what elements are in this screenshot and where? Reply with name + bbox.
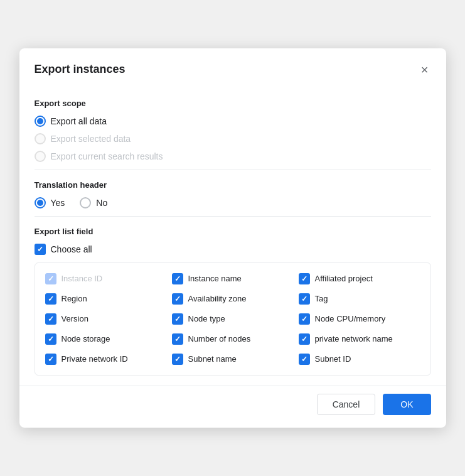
- radio-no-label[interactable]: No: [96, 198, 107, 208]
- field-checkbox-4[interactable]: [172, 293, 183, 305]
- field-label-12: Private network ID: [61, 354, 128, 365]
- modal-overlay: Export instances × Export scope Export a…: [0, 0, 465, 476]
- field-label-0: Instance ID: [61, 273, 103, 284]
- radio-selected-label[interactable]: Export selected data: [51, 134, 131, 144]
- radio-row-yes: Yes: [35, 197, 65, 208]
- modal-header: Export instances ×: [19, 48, 446, 89]
- divider-2: [35, 216, 431, 217]
- field-checkbox-7[interactable]: [172, 313, 183, 325]
- modal-title: Export instances: [35, 63, 126, 76]
- field-label-4: Availability zone: [188, 293, 247, 305]
- field-item: Instance name: [172, 273, 294, 284]
- field-label-5: Tag: [315, 293, 328, 305]
- field-checkbox-14[interactable]: [299, 354, 310, 365]
- field-label-7: Node type: [188, 313, 225, 325]
- ok-button[interactable]: OK: [383, 394, 430, 415]
- radio-no[interactable]: [80, 197, 91, 208]
- radio-selected[interactable]: [35, 133, 46, 144]
- field-checkbox-9[interactable]: [45, 333, 56, 345]
- field-item: Instance ID: [45, 273, 167, 284]
- divider-1: [35, 170, 431, 170]
- cancel-button[interactable]: Cancel: [317, 394, 376, 415]
- field-checkbox-11[interactable]: [299, 333, 310, 345]
- field-label-8: Node CPU/memory: [315, 313, 386, 325]
- field-checkbox-12[interactable]: [45, 354, 56, 365]
- field-label-2: Affiliated project: [315, 273, 373, 284]
- radio-row-selected: Export selected data: [35, 133, 431, 144]
- field-checkbox-8[interactable]: [299, 313, 310, 325]
- field-item: Private network ID: [45, 354, 167, 365]
- field-checkbox-6[interactable]: [45, 313, 56, 325]
- modal-dialog: Export instances × Export scope Export a…: [19, 48, 446, 428]
- field-item: Subnet ID: [299, 354, 420, 365]
- translation-header-group: Yes No: [35, 197, 431, 208]
- field-label-9: Node storage: [61, 333, 110, 345]
- field-item: Affiliated project: [299, 273, 420, 284]
- field-item: Node type: [172, 313, 294, 325]
- field-item: private network name: [299, 333, 420, 345]
- choose-all-row: Choose all: [35, 244, 431, 255]
- export-scope-group: Export all data Export selected data Exp…: [35, 116, 431, 162]
- radio-row-all: Export all data: [35, 116, 431, 127]
- field-checkbox-5[interactable]: [299, 293, 310, 305]
- field-checkbox-2[interactable]: [299, 273, 310, 284]
- field-label-6: Version: [61, 313, 88, 325]
- close-button[interactable]: ×: [419, 61, 431, 78]
- radio-all[interactable]: [35, 116, 46, 127]
- field-label-11: private network name: [315, 333, 393, 345]
- radio-all-label[interactable]: Export all data: [51, 116, 107, 126]
- field-item: Node storage: [45, 333, 167, 345]
- translation-header-label: Translation header: [35, 180, 431, 190]
- choose-all-checkbox[interactable]: [35, 244, 46, 255]
- field-label-3: Region: [61, 293, 87, 305]
- radio-yes[interactable]: [35, 197, 46, 208]
- field-label-1: Instance name: [188, 273, 242, 284]
- field-item: Node CPU/memory: [299, 313, 420, 325]
- field-checkbox-10[interactable]: [172, 333, 183, 345]
- field-label-14: Subnet ID: [315, 354, 351, 365]
- field-checkbox-13[interactable]: [172, 354, 183, 365]
- radio-row-no: No: [80, 197, 107, 208]
- field-checkbox-3[interactable]: [45, 293, 56, 305]
- modal-body: Export scope Export all data Export sele…: [19, 89, 446, 386]
- radio-row-search: Export current search results: [35, 151, 431, 162]
- field-item: Version: [45, 313, 167, 325]
- field-item: Region: [45, 293, 167, 305]
- field-label-10: Number of nodes: [188, 333, 251, 345]
- export-list-field-label: Export list field: [35, 227, 431, 236]
- modal-footer: Cancel OK: [19, 386, 446, 428]
- field-checkbox-1[interactable]: [172, 273, 183, 284]
- field-item: Availability zone: [172, 293, 294, 305]
- field-item: Subnet name: [172, 354, 294, 365]
- field-item: Tag: [299, 293, 420, 305]
- field-item: Number of nodes: [172, 333, 294, 345]
- radio-yes-label[interactable]: Yes: [51, 198, 65, 208]
- choose-all-label[interactable]: Choose all: [51, 244, 92, 254]
- radio-search-label[interactable]: Export current search results: [51, 151, 163, 161]
- field-grid: Instance IDInstance nameAffiliated proje…: [45, 273, 420, 365]
- field-grid-container: Instance IDInstance nameAffiliated proje…: [35, 262, 431, 376]
- radio-search[interactable]: [35, 151, 46, 162]
- field-checkbox-0[interactable]: [45, 273, 56, 284]
- export-scope-label: Export scope: [35, 99, 431, 108]
- field-label-13: Subnet name: [188, 354, 237, 365]
